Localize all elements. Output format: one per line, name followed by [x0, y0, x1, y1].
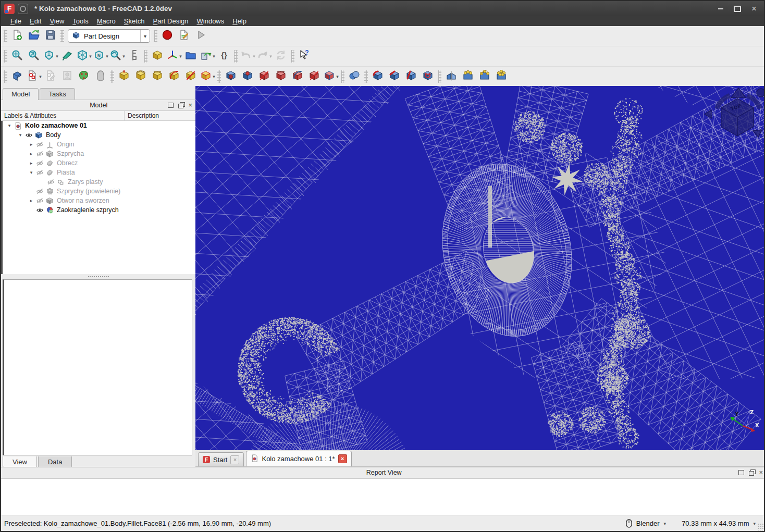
tab-data[interactable]: Data [38, 456, 72, 468]
column-labels-attributes[interactable]: Labels & Attributes [1, 111, 125, 120]
visibility-off-icon[interactable] [35, 159, 45, 167]
resize-grip[interactable] [758, 523, 765, 530]
create-body-button[interactable] [9, 69, 26, 84]
validate-sketch-button[interactable] [76, 69, 92, 84]
draft-button[interactable] [403, 69, 419, 84]
view-box-button[interactable]: ▾ [76, 48, 92, 64]
visibility-off-icon[interactable] [35, 141, 45, 149]
tab-model[interactable]: Model [3, 88, 39, 100]
multi-transform-button[interactable] [493, 69, 510, 84]
additive-pipe-button[interactable] [166, 69, 182, 84]
subtractive-helix-button[interactable] [306, 69, 323, 84]
open-document-button[interactable] [26, 28, 42, 44]
tree-item-kolo-zamachowe-01[interactable]: ▾Kolo zamachowe 01 [3, 121, 195, 130]
measure-button[interactable] [126, 48, 142, 64]
visibility-on-icon[interactable] [35, 206, 45, 214]
menu-file[interactable]: File [6, 16, 26, 26]
view-dimensions[interactable]: 70.33 mm x 44.93 mm [682, 519, 749, 527]
pocket-button[interactable] [223, 69, 239, 84]
toolbar-drag-handle[interactable] [4, 70, 7, 83]
make-link-button[interactable]: ▾ [199, 48, 216, 64]
menu-help[interactable]: Help [228, 16, 251, 26]
hole-button[interactable] [239, 69, 256, 84]
whats-this-button[interactable]: ? [296, 48, 313, 64]
tree-expander-icon[interactable]: ▾ [28, 170, 35, 175]
menu-windows[interactable]: Windows [193, 16, 229, 26]
dock-float-icon[interactable] [749, 471, 754, 476]
3d-viewport-canvas[interactable] [195, 86, 765, 450]
menu-macro[interactable]: Macro [93, 16, 120, 26]
create-part-button[interactable] [149, 48, 166, 64]
subtractive-loft-button[interactable] [273, 69, 289, 84]
report-view-content[interactable] [1, 478, 765, 515]
tree-item-szprycha[interactable]: ▸Szprycha [3, 149, 195, 158]
toolbar-drag-handle[interactable] [217, 70, 221, 83]
nav-style-selector[interactable]: Blender [636, 519, 660, 527]
tree-item-otwor-na-sworzen[interactable]: ▸Otwor na sworzen [3, 196, 195, 205]
tree-item-body[interactable]: ▾Body [3, 130, 195, 140]
toolbar-drag-handle[interactable] [341, 70, 344, 83]
additive-primitive-button[interactable]: ▾ [199, 69, 216, 84]
visibility-on-icon[interactable] [24, 131, 34, 139]
tab-tasks[interactable]: Tasks [40, 88, 75, 100]
view-fit-selection-button[interactable] [26, 48, 42, 64]
tree-expander-icon[interactable]: ▾ [6, 123, 13, 128]
visibility-off-icon[interactable] [35, 150, 45, 158]
subtractive-primitive-button[interactable]: ▾ [323, 69, 339, 84]
toolbar-drag-handle[interactable] [364, 70, 368, 83]
thickness-button[interactable] [419, 69, 436, 84]
toolbar-drag-handle[interactable] [110, 70, 114, 83]
tree-item-szprychy-powielenie-[interactable]: Szprychy (powielenie) [3, 187, 195, 196]
property-editor[interactable] [3, 279, 192, 455]
tree-expander-icon[interactable]: ▸ [28, 142, 35, 147]
tree-item-zarys-piasty[interactable]: Zarys piasty [3, 177, 195, 187]
view-rotate-button[interactable]: N▾ [92, 48, 109, 64]
menu-tools[interactable]: Tools [68, 16, 92, 26]
create-sketch-button[interactable]: ▾ [26, 69, 42, 84]
dock-float-icon[interactable] [178, 104, 183, 108]
menu-sketch[interactable]: Sketch [120, 16, 149, 26]
visibility-off-icon[interactable] [35, 169, 45, 177]
macro-execute-button[interactable] [192, 28, 209, 44]
dock-restore-icon[interactable] [168, 103, 174, 108]
fillet-button[interactable] [369, 69, 386, 84]
revolution-button[interactable] [132, 69, 149, 84]
tree-expander-icon[interactable]: ▸ [28, 151, 35, 156]
panel-splitter[interactable] [1, 274, 195, 279]
tree-item-zaokraglenie-szprych[interactable]: Zaokraglenie szprych [3, 205, 195, 215]
mirrored-button[interactable] [443, 69, 460, 84]
view-sync-button[interactable]: ▾ [109, 48, 126, 64]
menu-view[interactable]: View [45, 16, 68, 26]
visibility-off-icon[interactable] [35, 197, 45, 205]
minimize-button[interactable] [714, 4, 727, 14]
tab-view[interactable]: View [3, 456, 37, 468]
menu-part-design[interactable]: Part Design [149, 16, 193, 26]
boolean-operation-button[interactable] [346, 69, 363, 84]
view-isometric-button[interactable]: ▾ [42, 48, 59, 64]
toolbar-drag-handle[interactable] [144, 50, 147, 63]
subtractive-pipe-button[interactable] [289, 69, 306, 84]
tree-item-origin[interactable]: ▸Origin [3, 140, 195, 149]
additive-helix-button[interactable] [182, 69, 199, 84]
tab-close-icon[interactable]: × [230, 455, 239, 464]
toolbar-drag-handle[interactable] [60, 30, 64, 42]
visibility-off-icon[interactable] [46, 178, 56, 186]
groove-button[interactable] [256, 69, 273, 84]
toolbar-drag-handle[interactable] [4, 30, 7, 42]
toolbar-drag-handle[interactable] [438, 70, 441, 83]
mdi-tab-kolo-zamachowe-01-1-[interactable]: Kolo zamachowe 01 : 1*× [246, 451, 351, 466]
tree-item-piasta[interactable]: ▾Piasta [3, 168, 195, 177]
toolbar-drag-handle[interactable] [291, 50, 294, 63]
window-menu-icon[interactable] [18, 4, 28, 14]
tab-close-icon[interactable]: × [338, 454, 347, 463]
column-description[interactable]: Description [125, 111, 195, 120]
menu-edit[interactable]: Edit [26, 16, 45, 26]
create-datum-button[interactable]: ▾ [166, 48, 182, 64]
dock-close-icon[interactable]: × [188, 103, 192, 108]
chamfer-button[interactable] [386, 69, 403, 84]
toolbar-drag-handle[interactable] [154, 30, 157, 42]
tree-expander-icon[interactable]: ▸ [28, 198, 35, 203]
mdi-tab-start[interactable]: FStart× [198, 452, 244, 466]
toolbar-drag-handle[interactable] [4, 50, 7, 63]
create-group-button[interactable] [182, 48, 199, 64]
